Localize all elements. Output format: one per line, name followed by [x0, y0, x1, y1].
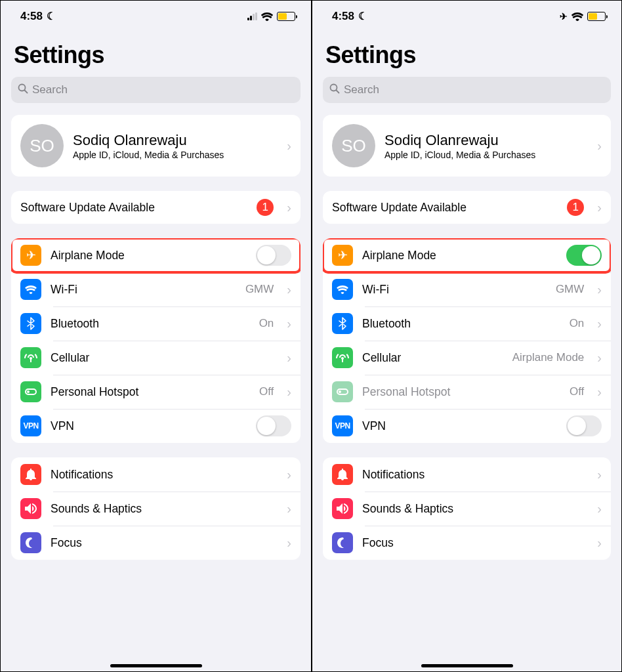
cellular-icon — [332, 347, 353, 368]
vpn-toggle[interactable] — [256, 415, 291, 436]
focus-row[interactable]: Focus › — [323, 526, 611, 560]
wifi-row[interactable]: Wi-Fi GMW › — [323, 272, 611, 306]
bluetooth-row[interactable]: Bluetooth On › — [323, 306, 611, 341]
wifi-label: Wi-Fi — [362, 283, 547, 297]
sounds-icon — [332, 498, 353, 519]
avatar: SO — [332, 124, 375, 167]
airplane-label: Airplane Mode — [362, 249, 557, 262]
wifi-icon — [571, 12, 583, 21]
airplane-status-icon: ✈ — [560, 11, 568, 22]
hotspot-row[interactable]: Personal Hotspot Off › — [11, 375, 301, 409]
sounds-row[interactable]: Sounds & Haptics › — [11, 492, 301, 526]
airplane-icon: ✈ — [20, 245, 41, 266]
cellular-label: Cellular — [51, 351, 274, 365]
moon-icon — [358, 10, 367, 23]
airplane-label: Airplane Mode — [51, 249, 247, 262]
status-time: 4:58 — [20, 10, 43, 23]
software-update-label: Software Update Available — [20, 201, 247, 215]
focus-label: Focus — [51, 536, 274, 550]
airplane-icon: ✈ — [332, 245, 353, 266]
sounds-label: Sounds & Haptics — [362, 502, 584, 516]
cellular-icon — [20, 347, 41, 368]
moon-icon — [47, 10, 56, 23]
vpn-icon: VPN — [332, 415, 353, 436]
chevron-right-icon: › — [597, 385, 602, 400]
notifications-label: Notifications — [362, 468, 584, 482]
chevron-right-icon: › — [287, 385, 291, 400]
bluetooth-label: Bluetooth — [362, 317, 560, 331]
notifications-icon — [20, 464, 41, 485]
wifi-row[interactable]: Wi-Fi GMW › — [11, 272, 301, 306]
sounds-label: Sounds & Haptics — [51, 502, 274, 516]
chevron-right-icon: › — [287, 200, 291, 215]
hotspot-label: Personal Hotspot — [51, 385, 250, 399]
airplane-toggle[interactable] — [566, 245, 602, 266]
profile-row[interactable]: SO Sodiq Olanrewaju Apple ID, iCloud, Me… — [323, 115, 611, 177]
battery-icon — [587, 12, 606, 21]
hotspot-detail: Off — [570, 385, 584, 398]
search-input[interactable]: Search — [11, 77, 301, 103]
chevron-right-icon: › — [597, 316, 602, 331]
svg-line-1 — [25, 90, 28, 93]
search-placeholder: Search — [32, 83, 68, 96]
home-indicator[interactable] — [110, 664, 202, 667]
sounds-icon — [20, 498, 41, 519]
focus-label: Focus — [362, 536, 584, 550]
notifications-row[interactable]: Notifications › — [323, 457, 611, 492]
cellular-row[interactable]: Cellular › — [11, 341, 301, 375]
notifications-icon — [332, 464, 353, 485]
chevron-right-icon: › — [287, 350, 291, 366]
focus-row[interactable]: Focus › — [11, 526, 301, 560]
vpn-label: VPN — [51, 419, 247, 433]
bluetooth-detail: On — [259, 317, 274, 330]
airplane-mode-row[interactable]: ✈ Airplane Mode — [323, 238, 611, 272]
software-update-row[interactable]: Software Update Available 1 › — [11, 191, 301, 224]
chevron-right-icon: › — [287, 138, 291, 154]
profile-row[interactable]: SO Sodiq Olanrewaju Apple ID, iCloud, Me… — [11, 115, 301, 177]
vpn-toggle[interactable] — [566, 415, 602, 436]
chevron-right-icon: › — [287, 536, 291, 551]
status-time: 4:58 — [332, 10, 354, 23]
avatar: SO — [20, 124, 64, 167]
chevron-right-icon: › — [597, 282, 602, 297]
wifi-detail: GMW — [245, 283, 274, 296]
svg-point-2 — [27, 390, 30, 393]
vpn-label: VPN — [362, 419, 557, 433]
hotspot-row[interactable]: Personal Hotspot Off › — [323, 375, 611, 409]
svg-point-5 — [339, 390, 341, 393]
search-input[interactable]: Search — [323, 77, 611, 103]
hotspot-detail: Off — [259, 385, 274, 398]
bluetooth-row[interactable]: Bluetooth On › — [11, 306, 301, 341]
update-badge: 1 — [567, 199, 584, 216]
vpn-row[interactable]: VPN VPN — [323, 409, 611, 443]
bluetooth-label: Bluetooth — [51, 317, 250, 331]
vpn-row[interactable]: VPN VPN — [11, 409, 301, 443]
chevron-right-icon: › — [597, 138, 602, 154]
sounds-row[interactable]: Sounds & Haptics › — [323, 492, 611, 526]
vpn-icon: VPN — [20, 415, 41, 436]
wifi-detail: GMW — [556, 283, 584, 296]
status-bar: 4:58 — [1, 1, 311, 32]
wifi-settings-icon — [332, 279, 353, 300]
notifications-row[interactable]: Notifications › — [11, 457, 301, 492]
software-update-row[interactable]: Software Update Available 1 › — [323, 191, 611, 224]
settings-panel-right: 4:58 ✈ Settings Search SO Sodiq Olanrewa… — [311, 1, 621, 671]
profile-name: Sodiq Olanrewaju — [73, 132, 274, 149]
hotspot-icon — [332, 381, 353, 402]
bluetooth-icon — [20, 313, 41, 334]
chevron-right-icon: › — [597, 536, 602, 551]
airplane-toggle[interactable] — [256, 245, 291, 266]
search-icon — [329, 83, 340, 97]
page-title: Settings — [14, 41, 298, 69]
chevron-right-icon: › — [287, 501, 291, 516]
wifi-settings-icon — [20, 279, 41, 300]
wifi-label: Wi-Fi — [51, 283, 236, 297]
chevron-right-icon: › — [287, 282, 291, 297]
hotspot-icon — [20, 381, 41, 402]
profile-subtitle: Apple ID, iCloud, Media & Purchases — [73, 150, 274, 160]
airplane-mode-row[interactable]: ✈ Airplane Mode — [11, 238, 301, 272]
cellular-row[interactable]: Cellular Airplane Mode › — [323, 341, 611, 375]
svg-line-4 — [337, 90, 339, 93]
home-indicator[interactable] — [421, 664, 513, 667]
chevron-right-icon: › — [597, 467, 602, 482]
